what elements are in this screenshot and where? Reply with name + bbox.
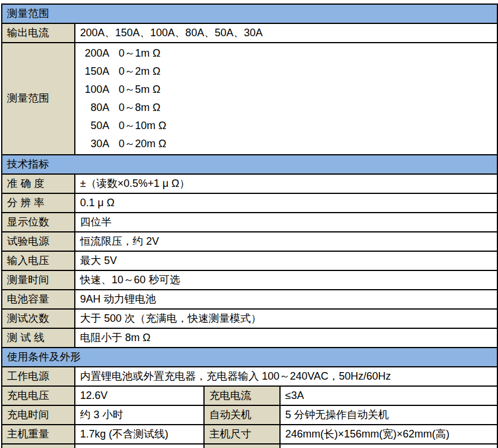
range-span: 0～2m Ω <box>119 65 160 77</box>
spec-table: 测量范围 输出电流 200A、150A、100A、80A、50A、30A 测量范… <box>1 4 498 448</box>
row-value-accuracy: ±（读数×0.5%+1 μ Ω） <box>75 174 497 193</box>
row-label-measure-time: 测量时间 <box>2 270 75 290</box>
range-span: 0～1m Ω <box>119 47 160 59</box>
row-value-test-count: 大于 500 次（充满电，快速测量模式） <box>75 309 497 328</box>
row-value-display-digits: 四位半 <box>75 213 497 232</box>
range-line: 80A0～8m Ω <box>80 99 492 117</box>
row-label-resolution: 分 辨 率 <box>2 193 75 213</box>
row-value-charge-voltage: 12.6V <box>75 386 204 405</box>
row-label-operating-temp: 使用温度 <box>2 444 75 448</box>
row-value-relative-humidity: ≤90%，不结露 <box>280 444 497 448</box>
range-current: 100A <box>80 81 109 99</box>
row-label-charge-current: 充电电流 <box>204 386 280 405</box>
range-current: 200A <box>80 44 109 62</box>
range-line: 30A0～20m Ω <box>80 135 492 153</box>
range-current: 30A <box>80 135 109 153</box>
row-label-test-power: 试验电源 <box>2 232 75 251</box>
range-line: 150A0～2m Ω <box>80 62 492 81</box>
row-value-battery-capacity: 9AH 动力锂电池 <box>75 290 497 309</box>
row-value-charge-time: 约 3 小时 <box>75 405 204 425</box>
row-label-working-power: 工作电源 <box>2 367 75 386</box>
row-label-test-count: 测试次数 <box>2 309 75 328</box>
row-label-charge-voltage: 充电电压 <box>2 386 75 405</box>
row-label-measure-range: 测量范围 <box>2 43 75 155</box>
range-current: 150A <box>80 62 109 81</box>
range-line: 200A0～1m Ω <box>80 44 492 62</box>
row-value-test-lead: 电阻小于 8m Ω <box>75 328 497 348</box>
row-label-output-current: 输出电流 <box>2 23 75 43</box>
row-label-auto-shutdown: 自动关机 <box>204 405 280 425</box>
section-header-usage-conditions: 使用条件及外形 <box>2 348 497 367</box>
row-value-resolution: 0.1 μ Ω <box>75 193 497 213</box>
row-value-input-voltage: 最大 5V <box>75 251 497 270</box>
range-span: 0～20m Ω <box>119 138 166 150</box>
row-value-auto-shutdown: 5 分钟无操作自动关机 <box>280 405 497 425</box>
row-value-charge-current: ≤3A <box>280 386 497 405</box>
row-label-host-weight: 主机重量 <box>2 425 75 444</box>
section-header-tech-specs: 技术指标 <box>2 155 497 174</box>
row-label-test-lead: 测 试 线 <box>2 328 75 348</box>
range-span: 0～10m Ω <box>119 120 166 131</box>
row-value-working-power: 内置锂电池或外置充电器，充电器输入 100～240VAC，50Hz/60Hz <box>75 367 497 386</box>
row-value-host-size: 246mm(长)×156mm(宽)×62mm(高) <box>280 425 497 444</box>
section-header-measure-range: 测量范围 <box>2 4 497 23</box>
row-label-host-size: 主机尺寸 <box>204 425 280 444</box>
range-span: 0～5m Ω <box>119 84 160 95</box>
range-current: 80A <box>80 99 109 117</box>
range-line: 50A0～10m Ω <box>80 117 492 135</box>
range-span: 0～8m Ω <box>119 102 160 113</box>
row-value-measure-range: 200A0～1m Ω 150A0～2m Ω 100A0～5m Ω 80A0～8m… <box>75 43 497 155</box>
row-value-output-current: 200A、150A、100A、80A、50A、30A <box>75 23 497 43</box>
range-line: 100A0～5m Ω <box>80 81 492 99</box>
row-label-relative-humidity: 相对湿度 <box>204 444 280 448</box>
row-label-accuracy: 准 确 度 <box>2 174 75 193</box>
row-label-input-voltage: 输入电压 <box>2 251 75 270</box>
row-value-operating-temp: -10℃～50℃ <box>75 444 204 448</box>
range-current: 50A <box>80 117 109 135</box>
row-label-display-digits: 显示位数 <box>2 213 75 232</box>
row-value-measure-time: 快速、10～60 秒可选 <box>75 270 497 290</box>
row-label-charge-time: 充电时间 <box>2 405 75 425</box>
row-value-test-power: 恒流限压，约 2V <box>75 232 497 251</box>
row-value-host-weight: 1.7kg (不含测试线) <box>75 425 204 444</box>
row-label-battery-capacity: 电池容量 <box>2 290 75 309</box>
